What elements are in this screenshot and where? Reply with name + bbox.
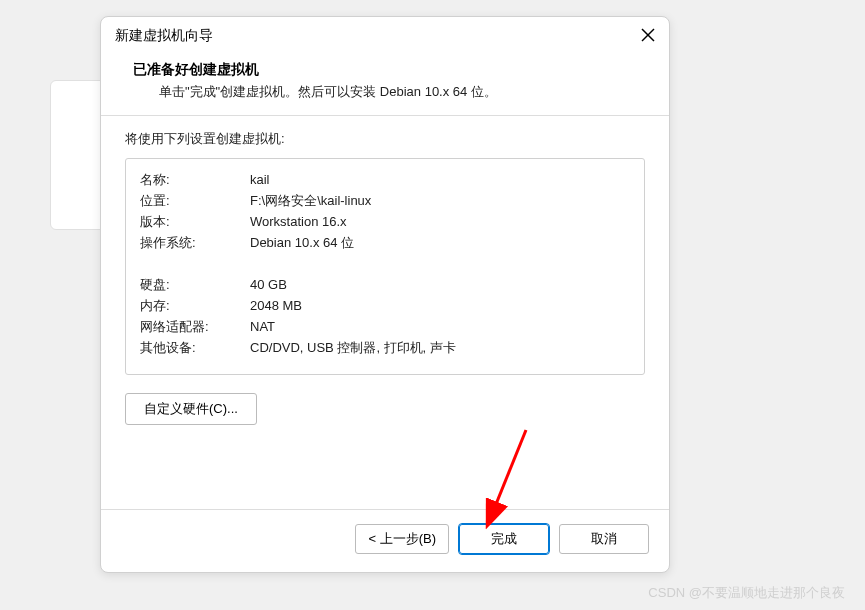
setting-value: kail (250, 169, 630, 190)
setting-label: 硬盘: (140, 274, 250, 295)
setting-label: 操作系统: (140, 232, 250, 253)
header-title: 已准备好创建虚拟机 (133, 61, 645, 79)
setting-value: 2048 MB (250, 295, 630, 316)
setting-label: 网络适配器: (140, 316, 250, 337)
setting-label: 名称: (140, 169, 250, 190)
dialog-title: 新建虚拟机向导 (115, 27, 213, 45)
content-label: 将使用下列设置创建虚拟机: (125, 130, 645, 148)
setting-label: 内存: (140, 295, 250, 316)
table-row: 版本: Workstation 16.x (140, 211, 630, 232)
table-row: 内存: 2048 MB (140, 295, 630, 316)
settings-box: 名称: kail 位置: F:\网络安全\kail-linux 版本: Work… (125, 158, 645, 375)
table-row: 网络适配器: NAT (140, 316, 630, 337)
back-button[interactable]: < 上一步(B) (355, 524, 449, 554)
watermark-text: CSDN @不要温顺地走进那个良夜 (648, 584, 845, 602)
settings-table: 名称: kail 位置: F:\网络安全\kail-linux 版本: Work… (140, 169, 630, 358)
setting-value: CD/DVD, USB 控制器, 打印机, 声卡 (250, 337, 630, 358)
spacer-row (140, 253, 630, 274)
table-row: 名称: kail (140, 169, 630, 190)
setting-value: NAT (250, 316, 630, 337)
table-row: 其他设备: CD/DVD, USB 控制器, 打印机, 声卡 (140, 337, 630, 358)
button-row: < 上一步(B) 完成 取消 (101, 509, 669, 572)
setting-label: 其他设备: (140, 337, 250, 358)
setting-value: 40 GB (250, 274, 630, 295)
header-subtitle: 单击"完成"创建虚拟机。然后可以安装 Debian 10.x 64 位。 (133, 83, 645, 101)
new-vm-wizard-dialog: 新建虚拟机向导 已准备好创建虚拟机 单击"完成"创建虚拟机。然后可以安装 Deb… (100, 16, 670, 573)
cancel-button[interactable]: 取消 (559, 524, 649, 554)
setting-label: 位置: (140, 190, 250, 211)
setting-value: F:\网络安全\kail-linux (250, 190, 630, 211)
header-section: 已准备好创建虚拟机 单击"完成"创建虚拟机。然后可以安装 Debian 10.x… (101, 55, 669, 116)
setting-label: 版本: (140, 211, 250, 232)
close-icon[interactable] (641, 28, 655, 45)
finish-button[interactable]: 完成 (459, 524, 549, 554)
table-row: 位置: F:\网络安全\kail-linux (140, 190, 630, 211)
table-row: 硬盘: 40 GB (140, 274, 630, 295)
customize-hardware-button[interactable]: 自定义硬件(C)... (125, 393, 257, 425)
content-section: 将使用下列设置创建虚拟机: 名称: kail 位置: F:\网络安全\kail-… (101, 116, 669, 509)
table-row: 操作系统: Debian 10.x 64 位 (140, 232, 630, 253)
titlebar: 新建虚拟机向导 (101, 17, 669, 55)
setting-value: Debian 10.x 64 位 (250, 232, 630, 253)
setting-value: Workstation 16.x (250, 211, 630, 232)
